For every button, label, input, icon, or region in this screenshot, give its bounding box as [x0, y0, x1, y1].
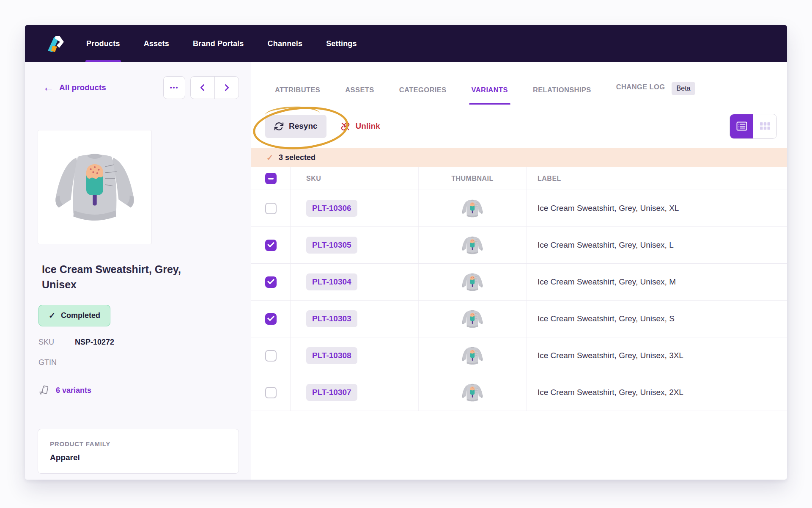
tab-variants[interactable]: VARIANTS [472, 86, 508, 104]
sku-field: SKU NSP-10272 [38, 338, 239, 347]
nav-item-channels[interactable]: Channels [268, 25, 303, 62]
sku-link[interactable]: PLT-10305 [306, 237, 357, 254]
product-main-image [38, 130, 152, 244]
unlink-icon [340, 121, 351, 132]
product-family-value: Apparel [50, 453, 227, 462]
more-actions-button[interactable]: ••• [163, 76, 185, 99]
resync-button[interactable]: Resync [265, 115, 326, 138]
nav-item-products[interactable]: Products [86, 25, 120, 62]
sku-link[interactable]: PLT-10303 [306, 310, 357, 327]
status-label: Completed [61, 311, 100, 320]
variant-label: Ice Cream Sweatshirt, Grey, Unisex, S [538, 314, 675, 323]
table-row: PLT-10305 Ice Cream Sweatshirt, Grey, Un… [251, 227, 787, 264]
tab-attributes[interactable]: ATTRIBUTES [275, 86, 320, 104]
app-window: Products Assets Brand Portals Channels S… [25, 25, 787, 480]
variants-link[interactable]: 6 variants [38, 385, 239, 396]
variant-label: Ice Cream Sweatshirt, Grey, Unisex, 3XL [538, 351, 683, 360]
unlink-button[interactable]: Unlink [340, 121, 380, 132]
table-row: PLT-10308 Ice Cream Sweatshirt, Grey, Un… [251, 337, 787, 374]
tab-change-log[interactable]: CHANGE LOG Beta [616, 80, 696, 104]
select-all-checkbox[interactable] [265, 173, 277, 184]
tab-categories[interactable]: CATEGORIES [399, 86, 447, 104]
table-row: PLT-10303 Ice Cream Sweatshirt, Grey, Un… [251, 301, 787, 337]
view-mode-toggle [730, 114, 777, 139]
sku-link[interactable]: PLT-10307 [306, 384, 357, 401]
status-badge: ✓ Completed [38, 305, 110, 326]
grid-view-button[interactable] [753, 114, 776, 138]
table-row: PLT-10306 Ice Cream Sweatshirt, Grey, Un… [251, 190, 787, 227]
sync-icon [274, 121, 284, 131]
variants-link-label: 6 variants [56, 386, 91, 395]
main-panel: ATTRIBUTES ASSETS CATEGORIES VARIANTS RE… [251, 62, 787, 480]
back-to-all-products-link[interactable]: ← All products [43, 82, 106, 94]
variant-thumbnail [459, 345, 486, 367]
sku-link[interactable]: PLT-10304 [306, 273, 357, 290]
table-header-row: SKU THUMBNAIL LABEL [251, 167, 787, 190]
row-checkbox[interactable] [265, 203, 277, 214]
check-icon: ✓ [49, 311, 55, 320]
gtin-label: GTIN [38, 358, 75, 367]
product-family-card: PRODUCT FAMILY Apparel [38, 429, 239, 474]
row-checkbox[interactable] [265, 313, 277, 325]
tab-assets[interactable]: ASSETS [345, 86, 374, 104]
resync-button-label: Resync [289, 121, 318, 131]
row-checkbox[interactable] [265, 350, 277, 362]
top-navbar: Products Assets Brand Portals Channels S… [25, 25, 787, 62]
nav-item-settings[interactable]: Settings [326, 25, 357, 62]
variant-thumbnail [459, 197, 486, 220]
ellipsis-icon: ••• [170, 84, 179, 91]
beta-badge: Beta [672, 82, 696, 95]
table-row: PLT-10307 Ice Cream Sweatshirt, Grey, Un… [251, 374, 787, 411]
variants-table: SKU THUMBNAIL LABEL PLT-10306 Ice Cream … [251, 167, 787, 411]
tab-relationships[interactable]: RELATIONSHIPS [533, 86, 591, 104]
product-pager [190, 76, 239, 99]
variants-toolbar: Resync Unlink [251, 104, 787, 148]
row-checkbox[interactable] [265, 240, 277, 251]
nav-item-assets[interactable]: Assets [144, 25, 169, 62]
column-header-label: LABEL [538, 175, 561, 182]
back-link-label: All products [59, 83, 106, 92]
variant-label: Ice Cream Sweatshirt, Grey, Unisex, M [538, 277, 676, 286]
brand-logo-icon[interactable] [47, 35, 66, 52]
column-header-sku: SKU [306, 175, 321, 182]
product-family-label: PRODUCT FAMILY [50, 440, 227, 447]
variant-thumbnail [459, 381, 486, 404]
nav-item-brand-portals[interactable]: Brand Portals [193, 25, 244, 62]
product-title: Ice Cream Sweatshirt, Grey, Unisex [42, 262, 186, 292]
table-row: PLT-10304 Ice Cream Sweatshirt, Grey, Un… [251, 264, 787, 301]
sku-link[interactable]: PLT-10308 [306, 347, 357, 364]
variant-thumbnail [459, 234, 486, 257]
sku-label: SKU [38, 338, 75, 347]
unlink-button-label: Unlink [356, 121, 380, 131]
variant-label: Ice Cream Sweatshirt, Grey, Unisex, L [538, 240, 674, 249]
selection-check-icon: ✓ [266, 153, 273, 163]
row-checkbox[interactable] [265, 276, 277, 288]
sku-link[interactable]: PLT-10306 [306, 200, 357, 217]
gtin-field: GTIN [38, 358, 239, 367]
row-checkbox[interactable] [265, 387, 277, 398]
sku-value: NSP-10272 [75, 338, 114, 347]
detail-tabs: ATTRIBUTES ASSETS CATEGORIES VARIANTS RE… [251, 62, 787, 104]
product-sidebar: ← All products ••• [25, 62, 251, 480]
selection-count: 3 selected [279, 153, 315, 162]
variant-label: Ice Cream Sweatshirt, Grey, Unisex, 2XL [538, 388, 683, 397]
next-product-button[interactable] [214, 77, 239, 99]
variant-thumbnail [459, 271, 486, 293]
variant-thumbnail [459, 308, 486, 330]
column-header-thumbnail: THUMBNAIL [451, 175, 494, 182]
previous-product-button[interactable] [191, 77, 214, 99]
variant-label: Ice Cream Sweatshirt, Grey, Unisex, XL [538, 204, 679, 213]
list-view-button[interactable] [730, 114, 753, 138]
variants-icon [38, 385, 49, 396]
selection-banner: ✓ 3 selected [251, 148, 787, 167]
back-arrow-icon: ← [43, 82, 54, 93]
